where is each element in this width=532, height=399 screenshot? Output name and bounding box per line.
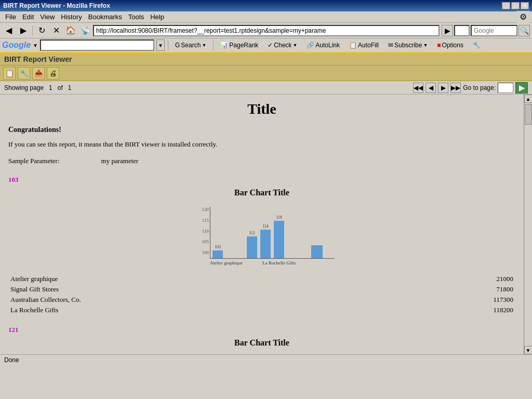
google-toolbar: Google ▼ ▼ G Search ▼ 📊 PageRank ✓ Check… bbox=[0, 38, 532, 53]
param-value: my parameter bbox=[101, 157, 139, 165]
menu-view[interactable]: View bbox=[37, 12, 58, 22]
check-button[interactable]: ✓ Check ▼ bbox=[264, 39, 301, 51]
report-content: Title Congratulations! If you can see th… bbox=[0, 95, 524, 354]
y-axis: 120 115 110 105 100 bbox=[189, 207, 209, 255]
subscribe-icon: ✉ bbox=[388, 42, 393, 49]
google-search-dropdown[interactable]: ▼ bbox=[156, 39, 165, 51]
table-row: Atelier graphique 21000 bbox=[8, 274, 515, 284]
go-button[interactable]: ▶ bbox=[442, 25, 453, 36]
forward-button[interactable]: ▶ bbox=[17, 24, 30, 37]
settings-icon: ⚙ bbox=[516, 11, 530, 23]
stop-button[interactable]: ✕ bbox=[49, 24, 63, 37]
chart-1-container: Bar Chart Title 120 115 110 105 100 bbox=[8, 188, 515, 265]
subscribe-button[interactable]: ✉ Subscribe ▼ bbox=[384, 39, 431, 51]
bar-group-larochelle-1: 112 bbox=[247, 231, 257, 258]
bar-label-114: 114 bbox=[262, 224, 269, 229]
google-search-button[interactable]: G Search ▼ bbox=[171, 39, 210, 51]
y-label-120: 120 bbox=[202, 207, 209, 212]
menu-tools[interactable]: Tools bbox=[125, 12, 147, 22]
menu-history[interactable]: History bbox=[58, 12, 85, 22]
page-controls: ◀◀ ◀ ▶ ▶▶ Go to page: ▶ bbox=[413, 82, 528, 94]
chart-2-title: Bar Chart Title bbox=[189, 338, 335, 348]
next-page-button[interactable]: ▶ bbox=[438, 83, 448, 93]
autolink-icon: 🔗 bbox=[307, 42, 314, 49]
back-button[interactable]: ◀ bbox=[2, 24, 16, 37]
maximize-button[interactable]: □ bbox=[511, 2, 520, 9]
cell-value: 117300 bbox=[391, 295, 515, 305]
wrench-button[interactable]: 🔧 bbox=[469, 39, 484, 51]
main-content-area: Title Congratulations! If you can see th… bbox=[0, 95, 532, 354]
chart-2: Bar Chart Title bbox=[189, 338, 335, 352]
go-page-button[interactable]: ▶ bbox=[515, 82, 528, 94]
google-search-input[interactable] bbox=[40, 39, 154, 51]
congrats-text: Congratulations! bbox=[8, 126, 515, 134]
google-logo[interactable]: Google bbox=[2, 41, 31, 50]
first-page-button[interactable]: ◀◀ bbox=[413, 83, 423, 93]
menu-bookmarks[interactable]: Bookmarks bbox=[85, 12, 125, 22]
scrollbar[interactable]: ▲ ▼ bbox=[524, 95, 532, 354]
bar-label-112: 112 bbox=[249, 231, 255, 235]
chart-1-area: 120 115 110 105 100 103 bbox=[189, 202, 335, 265]
close-button[interactable]: ✕ bbox=[521, 2, 529, 9]
pagerank-button[interactable]: 📊 PageRank bbox=[217, 39, 262, 51]
birt-tool-1[interactable]: 📋 bbox=[3, 67, 16, 79]
y-label-100: 100 bbox=[202, 250, 209, 255]
reload-button[interactable]: ↻ bbox=[35, 24, 48, 37]
address-input[interactable] bbox=[93, 25, 440, 36]
menu-edit[interactable]: Edit bbox=[19, 12, 37, 22]
section-id-121[interactable]: 121 bbox=[8, 326, 515, 334]
prev-page-button[interactable]: ◀ bbox=[425, 83, 436, 93]
status-bar: Done bbox=[0, 354, 532, 365]
scroll-up-button[interactable]: ▲ bbox=[524, 95, 533, 103]
y-label-110: 110 bbox=[202, 229, 209, 234]
scroll-down-button[interactable]: ▼ bbox=[524, 346, 533, 354]
menu-bar: File Edit View History Bookmarks Tools H… bbox=[0, 11, 532, 23]
bar-group-larochelle-3: 119 bbox=[274, 215, 284, 258]
window-title: BIRT Report Viewer - Mozilla Firefox bbox=[3, 2, 110, 9]
options-icon: ■ bbox=[437, 42, 441, 49]
birt-print[interactable]: 🖨 bbox=[47, 67, 59, 79]
birt-export[interactable]: 📤 bbox=[32, 67, 45, 79]
bar-larochelle-1 bbox=[247, 236, 257, 258]
subscribe-dropdown-icon: ▼ bbox=[423, 43, 428, 48]
search-icon: G bbox=[175, 42, 180, 49]
cell-name: Australian Collectors, Co. bbox=[8, 295, 391, 305]
bar-group-extra bbox=[311, 245, 323, 258]
address-bar-area: ▶ bbox=[93, 25, 453, 36]
cell-name: La Rochelle Gifts bbox=[8, 305, 391, 315]
chart-1-title: Bar Chart Title bbox=[189, 188, 335, 197]
table-row: La Rochelle Gifts 118200 bbox=[8, 305, 515, 315]
birt-tool-2[interactable]: 🔧 bbox=[18, 67, 30, 79]
search-label: Search bbox=[181, 42, 201, 49]
cell-value: 118200 bbox=[391, 305, 515, 315]
last-page-button[interactable]: ▶▶ bbox=[450, 83, 461, 93]
autofill-button[interactable]: 📋 AutoFill bbox=[345, 39, 382, 51]
chart-2-container: Bar Chart Title bbox=[8, 338, 515, 352]
bar-group-larochelle-2: 114 bbox=[260, 224, 271, 258]
scroll-thumb[interactable] bbox=[525, 104, 532, 125]
pagerank-icon: 📊 bbox=[220, 42, 228, 49]
table-row: Australian Collectors, Co. 117300 bbox=[8, 295, 515, 305]
browser-search-input[interactable] bbox=[471, 25, 517, 36]
bar-label-119: 119 bbox=[276, 215, 282, 220]
browser-search-button[interactable]: 🔍 bbox=[518, 25, 530, 36]
title-bar: BIRT Report Viewer - Mozilla Firefox _ □… bbox=[0, 0, 532, 11]
page-number-input[interactable] bbox=[498, 83, 513, 93]
menu-help[interactable]: Help bbox=[147, 12, 167, 22]
section-id-103[interactable]: 103 bbox=[8, 176, 515, 184]
autolink-button[interactable]: 🔗 AutoLink bbox=[303, 39, 343, 51]
report-message: If you can see this report, it means tha… bbox=[8, 140, 515, 149]
options-button[interactable]: ■ Options bbox=[433, 39, 467, 51]
menu-file[interactable]: File bbox=[2, 12, 19, 22]
status-text: Done bbox=[4, 356, 19, 364]
page-info: Showing page 1 of 1 bbox=[4, 84, 72, 91]
bar-larochelle-2 bbox=[260, 230, 271, 258]
rss-button[interactable]: 📡 bbox=[78, 24, 92, 37]
bar-larochelle-3 bbox=[274, 221, 284, 258]
minimize-button[interactable]: _ bbox=[502, 2, 510, 9]
home-button[interactable]: 🏠 bbox=[64, 24, 77, 37]
search-bar-area: 🔍 bbox=[454, 25, 530, 36]
dropdown-icon: ▼ bbox=[33, 43, 38, 48]
search-engine-dropdown[interactable] bbox=[454, 25, 470, 36]
window-controls: _ □ ✕ bbox=[502, 2, 529, 9]
